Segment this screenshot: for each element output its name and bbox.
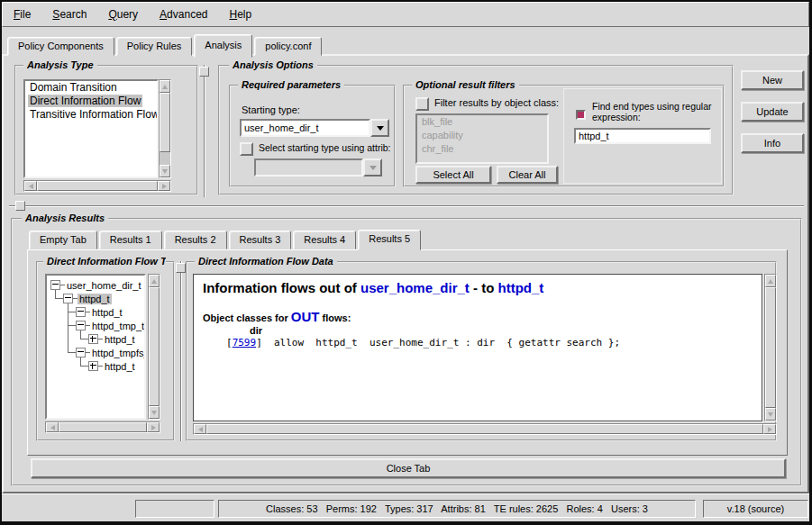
vertical-sash-handle[interactable] [199, 67, 209, 77]
list-item-domain-transition[interactable]: Domain Transition [25, 81, 157, 95]
tab-analysis[interactable]: Analysis [194, 34, 252, 58]
scroll-thumb[interactable] [765, 287, 776, 408]
horizontal-sash-handle[interactable] [15, 201, 25, 211]
scroll-up-icon[interactable] [160, 80, 170, 93]
menu-file[interactable]: File [12, 3, 32, 26]
info-button[interactable]: Info [741, 133, 804, 153]
tree-collapse-icon[interactable] [76, 321, 86, 330]
status-version: v.18 (source) [703, 500, 808, 518]
filter-by-class-checkbox[interactable] [415, 97, 429, 111]
scroll-left-icon[interactable] [194, 424, 206, 434]
tab-results-5[interactable]: Results 5 [358, 230, 421, 250]
scroll-thumb[interactable] [37, 181, 158, 191]
scroll-left-icon[interactable] [24, 181, 37, 191]
object-classes-line: Object classes for OUT flows: [203, 309, 753, 324]
results-sash-line [180, 261, 182, 441]
flow-source-type: user_home_dir_t [360, 280, 470, 295]
tree-collapse-icon[interactable] [76, 348, 86, 358]
tab-results-1[interactable]: Results 1 [99, 231, 162, 249]
close-tab-button[interactable]: Close Tab [31, 458, 786, 478]
update-button[interactable]: Update [741, 102, 804, 122]
tab-results-2[interactable]: Results 2 [164, 231, 227, 249]
rule-number-link[interactable]: 7599 [233, 337, 257, 348]
scroll-up-icon[interactable] [149, 275, 160, 287]
tree-collapse-icon[interactable] [76, 307, 86, 317]
tree-collapse-icon[interactable] [50, 280, 60, 290]
scroll-right-icon[interactable] [158, 181, 170, 191]
flow-heading: Information flows out of user_home_dir_t… [203, 280, 753, 295]
attrib-value [254, 158, 363, 177]
tab-results-4[interactable]: Results 4 [293, 231, 356, 249]
data-hscrollbar[interactable] [193, 423, 777, 435]
tree-node-label[interactable]: httpd_t [90, 307, 124, 318]
required-parameters-panel: Required parameters Starting type: user_… [229, 85, 396, 187]
scroll-down-icon[interactable] [160, 165, 170, 177]
tab-policy-rules[interactable]: Policy Rules [116, 37, 193, 56]
status-empty-box [135, 500, 214, 518]
flow-data-panel: Direct Information Flow Data Information… [186, 261, 777, 441]
starting-type-value[interactable]: user_home_dir_t [240, 119, 370, 137]
attrib-checkbox-label[interactable]: Select starting type using attrib: [259, 142, 391, 153]
list-item-direct-information-flow[interactable]: Direct Information Flow [25, 95, 157, 108]
rule-line: [7599] allow httpd_t user_home_dir_t : d… [203, 337, 753, 348]
new-button[interactable]: New [741, 70, 804, 90]
flow-data-text[interactable]: Information flows out of user_home_dir_t… [193, 274, 762, 421]
scroll-thumb[interactable] [59, 422, 147, 432]
tree-collapse-icon[interactable] [63, 294, 73, 303]
tree-vscrollbar[interactable] [148, 274, 160, 420]
object-class-name: dir [203, 325, 753, 336]
scroll-left-icon[interactable] [46, 422, 59, 432]
menu-help[interactable]: Help [227, 3, 253, 26]
attrib-checkbox[interactable] [240, 142, 253, 156]
tree-expand-icon[interactable] [88, 334, 98, 344]
flow-tree: user_home_dir_t httpd_t httpd_t httpd_tm… [45, 274, 146, 420]
tree-expand-icon[interactable] [88, 361, 98, 371]
scroll-up-icon[interactable] [765, 275, 776, 287]
tree-node-label[interactable]: httpd_t [103, 361, 137, 372]
regex-checkbox[interactable] [576, 110, 586, 120]
scroll-thumb[interactable] [149, 287, 160, 406]
analysis-options-title: Analysis Options [229, 59, 317, 71]
tree-node: httpd_tmp_t [47, 319, 144, 332]
tab-policy-conf[interactable]: policy.conf [254, 37, 322, 56]
menu-search[interactable]: Search [50, 3, 88, 26]
tree-node-label[interactable]: httpd_tmpfs_t [90, 348, 146, 358]
tab-policy-components[interactable]: Policy Components [7, 37, 114, 56]
clear-all-button[interactable]: Clear All [497, 166, 558, 184]
data-vscrollbar[interactable] [764, 274, 777, 421]
tree-node-label[interactable]: user_home_dir_t [65, 280, 143, 291]
analysis-type-vscrollbar[interactable] [159, 79, 171, 178]
tab-empty[interactable]: Empty Tab [29, 231, 97, 249]
flow-tree-panel: Direct Information Flow Tree user_home_d… [36, 261, 175, 441]
tree-node-label[interactable]: httpd_t [78, 294, 112, 304]
analysis-type-listbox: Domain Transition Direct Information Flo… [23, 79, 159, 178]
vertical-sash-line [204, 65, 205, 197]
scroll-thumb[interactable] [160, 93, 170, 152]
status-stats: Classes: 53 Perms: 192 Types: 317 Attrib… [218, 500, 696, 518]
object-class-item: chr_file [417, 142, 547, 156]
scroll-down-icon[interactable] [765, 408, 776, 421]
scroll-down-icon[interactable] [149, 406, 160, 419]
tree-node-label[interactable]: httpd_t [103, 334, 137, 345]
combobox-arrow-icon[interactable] [370, 119, 389, 137]
tree-hscrollbar[interactable] [45, 421, 160, 433]
object-class-item: blk_file [417, 115, 547, 129]
scroll-thumb[interactable] [206, 424, 763, 434]
regex-input[interactable]: httpd_t [574, 128, 711, 144]
regex-checkbox-label[interactable]: Find end types using regular expression: [592, 101, 716, 122]
attrib-checkbox-row: Select starting type using attrib: [240, 142, 395, 156]
scroll-right-icon[interactable] [147, 422, 160, 432]
select-all-button[interactable]: Select All [415, 166, 491, 184]
tree-node-label[interactable]: httpd_tmp_t [90, 321, 146, 331]
flow-tree-title: Direct Information Flow Tree [43, 256, 166, 267]
filter-by-class-label[interactable]: Filter results by object class: [434, 97, 559, 108]
results-sash-handle[interactable] [176, 263, 186, 273]
analysis-type-hscrollbar[interactable] [23, 180, 171, 192]
scroll-right-icon[interactable] [763, 424, 776, 434]
tab-results-3[interactable]: Results 3 [229, 231, 292, 249]
menu-query[interactable]: Query [106, 3, 140, 26]
menu-advanced[interactable]: Advanced [158, 3, 209, 26]
attrib-combobox [254, 158, 382, 177]
starting-type-combobox[interactable]: user_home_dir_t [240, 119, 389, 137]
list-item-transitive-information-flow[interactable]: Transitive Information Flow [25, 108, 157, 122]
